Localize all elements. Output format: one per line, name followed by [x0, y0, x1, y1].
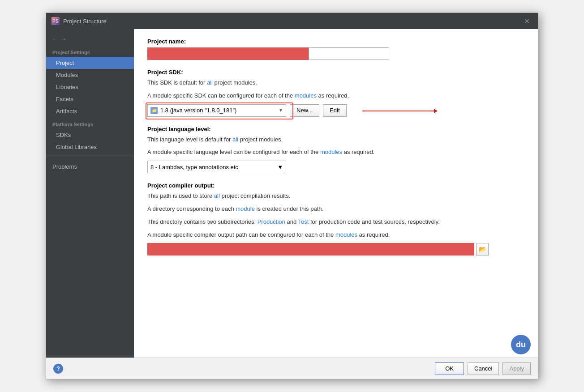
compiler-desc-line4: A module specific compiler output path c…	[147, 230, 524, 240]
back-arrow[interactable]: ←	[52, 35, 58, 43]
project-settings-label: Project Settings	[46, 45, 134, 57]
project-name-label: Project name:	[147, 38, 524, 45]
sdk-desc-line2: A module specific SDK can be configured …	[147, 91, 524, 101]
dialog-title: Project Structure	[63, 18, 107, 25]
sdk-dropdown-arrow-icon: ▼	[279, 108, 283, 113]
sdk-section: Project SDK: This SDK is default for all…	[147, 69, 524, 117]
sdk-desc-line1: This SDK is default for all project modu…	[147, 78, 524, 88]
sdk-dropdown[interactable]: 📁 1.8 (java version "1.8.0_181") ▼	[147, 104, 286, 117]
sidebar-item-global-libraries[interactable]: Global Libraries	[46, 141, 134, 153]
sdk-dropdown-text: 1.8 (java version "1.8.0_181")	[160, 107, 276, 114]
sdk-row: 📁 1.8 (java version "1.8.0_181") ▼ New..…	[147, 104, 524, 117]
project-name-input[interactable]	[147, 47, 309, 60]
apply-button[interactable]: Apply	[502, 362, 531, 375]
compiler-output-input[interactable]	[147, 243, 474, 256]
close-button[interactable]: ✕	[521, 16, 532, 26]
sidebar-item-sdks[interactable]: SDKs	[46, 129, 134, 141]
compiler-desc-line1: This path is used to store all project c…	[147, 192, 524, 201]
sidebar-item-libraries[interactable]: Libraries	[46, 81, 134, 93]
sidebar-divider	[46, 157, 134, 157]
sidebar-item-facets[interactable]: Facets	[46, 93, 134, 105]
language-section: Project language level: This language le…	[147, 126, 524, 174]
language-dropdown[interactable]: 8 - Lambdas, type annotations etc. ▼	[147, 161, 286, 173]
footer-buttons: OK Cancel Apply	[435, 362, 531, 375]
ok-button[interactable]: OK	[435, 362, 464, 375]
watermark-badge: du	[511, 335, 531, 354]
language-label: Project language level:	[147, 126, 524, 132]
compiler-desc-line2: A directory corresponding to each module…	[147, 205, 524, 214]
project-name-suffix-input[interactable]	[309, 47, 389, 60]
sidebar-item-artifacts[interactable]: Artifacts	[46, 105, 134, 117]
dialog-footer: ? OK Cancel Apply	[46, 358, 538, 379]
help-button[interactable]: ?	[53, 364, 63, 374]
platform-settings-label: Platform Settings	[46, 117, 134, 129]
annotation-arrow	[362, 109, 438, 113]
compiler-section: Project compiler output: This path is us…	[147, 182, 524, 256]
sidebar-item-problems[interactable]: Problems	[46, 161, 134, 173]
title-bar: PS Project Structure ✕	[46, 13, 538, 29]
language-dropdown-text: 8 - Lambdas, type annotations etc.	[150, 164, 240, 170]
language-desc-line1: This language level is default for all p…	[147, 135, 524, 145]
cancel-button[interactable]: Cancel	[468, 362, 499, 375]
sidebar: ← → Project Settings Project Modules Lib…	[46, 29, 134, 358]
project-name-row	[147, 47, 524, 60]
compiler-label: Project compiler output:	[147, 182, 524, 189]
language-desc-line2: A module specific language level can be …	[147, 148, 524, 157]
sdk-new-button[interactable]: New...	[290, 104, 319, 117]
app-icon: PS	[52, 17, 60, 25]
sdk-label: Project SDK:	[147, 69, 524, 76]
sdk-edit-button[interactable]: Edit	[323, 104, 346, 117]
language-dropdown-arrow-icon: ▼	[277, 164, 283, 170]
sidebar-item-project[interactable]: Project	[46, 57, 134, 69]
compiler-desc-line3: This directory contains two subdirectori…	[147, 217, 524, 227]
compiler-folder-button[interactable]: 📂	[476, 243, 489, 256]
sidebar-item-modules[interactable]: Modules	[46, 69, 134, 81]
compiler-row: 📂	[147, 243, 524, 256]
forward-arrow[interactable]: →	[60, 35, 67, 43]
sdk-folder-icon: 📁	[150, 107, 158, 114]
main-content: Project name: Project SDK: This SDK is d…	[134, 29, 538, 358]
